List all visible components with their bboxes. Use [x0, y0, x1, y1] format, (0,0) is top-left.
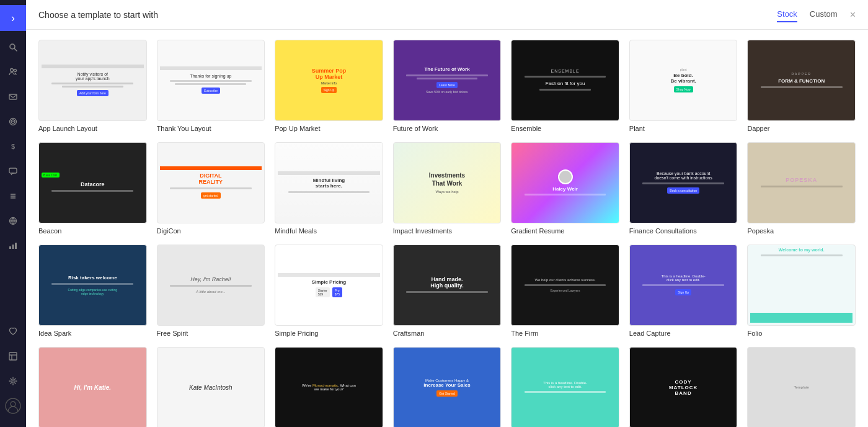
sidebar-icon-users[interactable]: [2, 61, 24, 83]
modal-title: Choose a template to start with: [38, 10, 777, 20]
template-mindful[interactable]: Mindful livingstarts here. Mindful Meals: [275, 142, 383, 235]
template-beacon[interactable]: Beacon Datacore Beacon: [38, 142, 147, 235]
template-gradient-name: Gradient Resume: [511, 227, 619, 235]
svg-rect-15: [12, 245, 14, 249]
template-app-launch-name: App Launch Layout: [38, 125, 147, 132]
sidebar-icon-globe[interactable]: [2, 210, 24, 232]
sidebar: › $: [0, 0, 26, 427]
svg-point-2: [11, 69, 14, 72]
template-gradient[interactable]: Haley Weir Gradient Resume: [511, 142, 619, 235]
template-idea-name: Idea Spark: [38, 330, 147, 337]
template-freespirit-name: Free Spirit: [157, 330, 265, 337]
template-popup[interactable]: Summer PopUp Market Market Info Sign Up …: [275, 40, 383, 132]
template-future-name: Future of Work: [393, 125, 502, 132]
svg-point-3: [14, 70, 17, 72]
sidebar-icon-chart[interactable]: [2, 235, 24, 257]
template-impact-name: Impact Investments: [393, 227, 502, 235]
template-beacon-name: Beacon: [38, 227, 147, 235]
template-finance-name: Finance Consultations: [629, 227, 738, 235]
template-digicon-name: DigiCon: [157, 227, 265, 235]
svg-rect-14: [9, 246, 11, 249]
sidebar-icon-list[interactable]: [2, 185, 24, 207]
svg-point-0: [10, 44, 15, 49]
template-mindful-name: Mindful Meals: [275, 227, 383, 235]
sidebar-logo[interactable]: ›: [0, 5, 26, 31]
sidebar-icon-search[interactable]: [2, 36, 24, 58]
template-thankyou-name: Thank You Layout: [157, 125, 265, 132]
template-ensemble-name: Ensemble: [511, 125, 619, 132]
template-finance[interactable]: Because your bank accountdoesn't come wi…: [629, 142, 738, 235]
template-firm[interactable]: We help our clients achieve success. Exp…: [511, 245, 619, 337]
sidebar-icon-target[interactable]: [2, 110, 24, 133]
sidebar-bottom: [2, 320, 24, 422]
svg-rect-16: [15, 243, 17, 249]
svg-rect-17: [9, 353, 17, 360]
template-simplepricing-name: Simple Pricing: [275, 330, 383, 337]
svg-line-1: [15, 49, 17, 52]
svg-rect-4: [9, 94, 17, 99]
sidebar-icon-profile[interactable]: [2, 395, 24, 417]
template-plant[interactable]: plant Be bold.Be vibrant. Shop Now Plant: [629, 40, 738, 132]
template-leadcapture-name: Lead Capture: [629, 330, 738, 337]
svg-point-7: [12, 121, 14, 122]
sidebar-icon-email[interactable]: [2, 86, 24, 108]
template-popeska-name: Popeska: [747, 227, 856, 235]
template-cody[interactable]: CODYMATLOCKBAND Cody Matlock Band: [629, 347, 738, 427]
svg-point-20: [12, 380, 14, 382]
template-leadcapture[interactable]: This is a headline. Double-click any tex…: [629, 245, 738, 337]
templates-grid: Notify visitors ofyour app's launch Add …: [38, 40, 856, 427]
svg-point-22: [11, 402, 16, 407]
template-last[interactable]: Template: [747, 347, 856, 427]
tab-stock[interactable]: Stock: [777, 7, 797, 22]
template-monochromatic[interactable]: We're Monochromatic. What canwe make for…: [275, 347, 383, 427]
template-plant-name: Plant: [629, 125, 738, 132]
template-headline[interactable]: This is a headline. Double-click any tex…: [511, 347, 619, 427]
template-folio-name: Folio: [747, 330, 856, 337]
template-tabs: Stock Custom: [777, 7, 837, 22]
template-popeska[interactable]: POPESKA Popeska: [747, 142, 856, 235]
template-app-launch[interactable]: Notify visitors ofyour app's launch Add …: [38, 40, 147, 132]
template-thankyou[interactable]: Thanks for signing up Subscribe Thank Yo…: [157, 40, 265, 132]
sidebar-icon-dollar[interactable]: $: [2, 135, 24, 158]
template-craftsman-name: Craftsman: [393, 330, 502, 337]
templates-grid-container: Notify visitors ofyour app's launch Add …: [26, 30, 868, 427]
sidebar-icon-heart[interactable]: [2, 320, 24, 343]
sidebar-icon-pages[interactable]: [2, 345, 24, 367]
template-simplepricing[interactable]: Simple Pricing Starter$29 Pro$75 Simple …: [275, 245, 383, 337]
template-folio[interactable]: Welcome to my world. Folio: [747, 245, 856, 337]
template-dapper[interactable]: DAPPER FORM & FUNCTION Dapper: [747, 40, 856, 132]
template-ensemble[interactable]: ENSEMBLE Fashion fit for you Ensemble: [511, 40, 619, 132]
template-impact[interactable]: InvestmentsThat Work Ways we help Impact…: [393, 142, 502, 235]
svg-rect-9: [9, 168, 17, 173]
close-button[interactable]: ×: [850, 10, 856, 20]
sidebar-icon-chat[interactable]: [2, 160, 24, 182]
template-increase[interactable]: Make Customers Happy & Increase Your Sal…: [393, 347, 502, 427]
template-future[interactable]: The Future of Work Learn More Save 50% o…: [393, 40, 502, 132]
template-katie[interactable]: Hi, I'm Katie. Katie: [38, 347, 147, 427]
main-area: Choose a template to start with Stock Cu…: [26, 0, 868, 427]
template-katemac[interactable]: Kate MacIntosh Kate MacIntosh: [157, 347, 265, 427]
template-craftsman[interactable]: Hand made.High quality. Craftsman: [393, 245, 502, 337]
template-popup-name: Pop Up Market: [275, 125, 383, 132]
sidebar-icon-settings[interactable]: [2, 370, 24, 392]
template-freespirit[interactable]: Hey, I'm Rachel! A little about me... Fr…: [157, 245, 265, 337]
template-idea[interactable]: Risk takers welcome Cutting edge compani…: [38, 245, 147, 337]
modal-header: Choose a template to start with Stock Cu…: [26, 0, 868, 30]
template-dapper-name: Dapper: [747, 125, 856, 132]
template-firm-name: The Firm: [511, 330, 619, 337]
svg-text:$: $: [11, 143, 15, 150]
template-digicon[interactable]: DIGITALREALITY get started DigiCon: [157, 142, 265, 235]
tab-custom[interactable]: Custom: [810, 7, 838, 22]
